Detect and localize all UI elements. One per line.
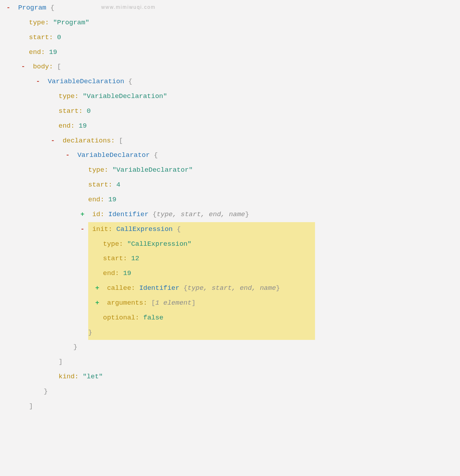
type-name-vardecl: VariableDeclaration	[48, 78, 124, 85]
node-init-highlight: - init: CallExpression { type: "CallExpr…	[88, 222, 315, 340]
value-type: "Program"	[53, 19, 89, 26]
field-init[interactable]: - init: CallExpression {	[88, 222, 312, 237]
value-start: 0	[57, 33, 61, 41]
field-body[interactable]: - body: [	[29, 60, 460, 74]
id-type: Identifier	[108, 210, 149, 218]
colon: :	[45, 19, 49, 26]
body-bracket-close: ]	[29, 399, 460, 414]
colon: :	[131, 284, 135, 292]
value-end: 19	[123, 269, 131, 277]
collapse-icon[interactable]: -	[6, 4, 14, 12]
field-end: end: 19	[59, 119, 460, 134]
field-type: type: "VariableDeclarator"	[88, 163, 460, 178]
type-name-vardeclarator: VariableDeclarator	[77, 151, 150, 159]
vardecl-header[interactable]: - VariableDeclaration {	[44, 74, 460, 89]
init-body: type: "CallExpression" start: 12 end:	[88, 237, 312, 325]
field-start: start: 4	[88, 178, 460, 193]
field-type: type: "CallExpression"	[103, 237, 312, 252]
colon: :	[41, 48, 45, 56]
colon: :	[143, 299, 147, 307]
vardecl-brace-close: }	[44, 384, 460, 399]
collapse-icon[interactable]: -	[51, 137, 59, 145]
node-vardeclarator: - VariableDeclarator { type: "VariableDe…	[59, 148, 460, 355]
init-brace-close: }	[88, 325, 312, 340]
node-vardecl: - VariableDeclaration { type: "VariableD…	[29, 74, 460, 399]
collapse-icon[interactable]: -	[21, 63, 29, 71]
label-type: type	[59, 92, 75, 100]
collapse-icon[interactable]: -	[36, 78, 44, 86]
label-callee: callee	[107, 284, 131, 292]
value-optional: false	[143, 314, 163, 322]
field-id[interactable]: + id: Identifier {type, start, end, name…	[88, 207, 460, 222]
colon: :	[108, 225, 112, 233]
value-end: 19	[79, 122, 87, 130]
bracket-char: [	[151, 299, 155, 307]
field-callee[interactable]: + callee: Identifier {type, start, end, …	[103, 281, 312, 296]
bracket-char: [	[57, 63, 61, 71]
callee-summary: type, start, end, name	[187, 284, 276, 292]
collapse-icon[interactable]: -	[66, 152, 73, 159]
field-start: start: 0	[59, 104, 460, 119]
node-program: - Program { type: "Program" start: 0 end…	[0, 1, 460, 414]
label-type: type	[88, 166, 104, 174]
value-end: 19	[49, 48, 57, 56]
label-declarations: declarations	[62, 137, 111, 145]
id-summary: type, start, end, name	[157, 210, 245, 218]
field-end: end: 19	[103, 266, 312, 281]
brace-char: }	[245, 210, 249, 218]
value-start: 0	[87, 107, 91, 115]
brace-char: {	[154, 151, 158, 159]
label-id: id	[92, 210, 100, 218]
vardeclarator-brace-close: }	[73, 340, 460, 355]
vardecl-body: type: "VariableDeclaration" start: 0 end…	[44, 89, 460, 384]
label-optional: optional	[103, 314, 135, 322]
field-type: type: "Program"	[29, 16, 460, 30]
label-init: init	[92, 225, 108, 233]
brace-char: {	[183, 284, 187, 292]
value-start: 12	[131, 255, 139, 262]
label-arguments: arguments	[107, 299, 143, 307]
field-start: start: 12	[103, 251, 312, 266]
declarations-bracket-close: ]	[44, 355, 460, 370]
init-type: CallExpression	[116, 225, 173, 233]
label-start: start	[103, 255, 123, 262]
brace-char: }	[73, 343, 77, 351]
colon: :	[115, 269, 119, 277]
colon: :	[135, 314, 139, 322]
field-type: type: "VariableDeclaration"	[59, 89, 460, 104]
expand-icon[interactable]: +	[80, 211, 88, 219]
colon: :	[108, 181, 112, 189]
colon: :	[79, 107, 83, 115]
brace-char: }	[44, 387, 48, 395]
brace-char: }	[276, 284, 280, 292]
label-end: end	[103, 269, 115, 277]
brace-char: }	[88, 329, 92, 336]
label-type: type	[29, 19, 45, 26]
ast-viewer: www.mimiwuqi.com - Program { type: "Prog…	[0, 0, 460, 425]
brace-char: {	[50, 4, 54, 12]
vardeclarator-body: type: "VariableDeclarator" start: 4 end:…	[73, 163, 460, 340]
colon: :	[104, 166, 108, 174]
label-start: start	[29, 33, 49, 41]
expand-icon[interactable]: +	[95, 285, 103, 292]
colon: :	[100, 210, 104, 218]
colon: :	[119, 240, 123, 248]
bracket-char: ]	[59, 358, 62, 366]
brace-char: {	[128, 78, 132, 85]
bracket-char: ]	[192, 299, 195, 307]
type-name-program: Program	[18, 4, 46, 12]
args-summary: 1 element	[155, 299, 192, 307]
colon: :	[49, 33, 53, 41]
value-type: "CallExpression"	[127, 240, 191, 248]
collapse-icon[interactable]: -	[80, 226, 88, 233]
field-end: end: 19	[88, 193, 460, 207]
field-arguments[interactable]: + arguments: [1 element]	[103, 296, 312, 311]
bracket-char: [	[119, 137, 123, 145]
field-optional: optional: false	[103, 311, 312, 325]
vardeclarator-header[interactable]: - VariableDeclarator {	[73, 148, 460, 163]
field-declarations[interactable]: - declarations: [	[59, 134, 460, 148]
expand-icon[interactable]: +	[95, 299, 103, 307]
brace-char: {	[152, 210, 156, 218]
program-header[interactable]: - Program {	[14, 1, 460, 16]
colon: :	[49, 63, 53, 71]
